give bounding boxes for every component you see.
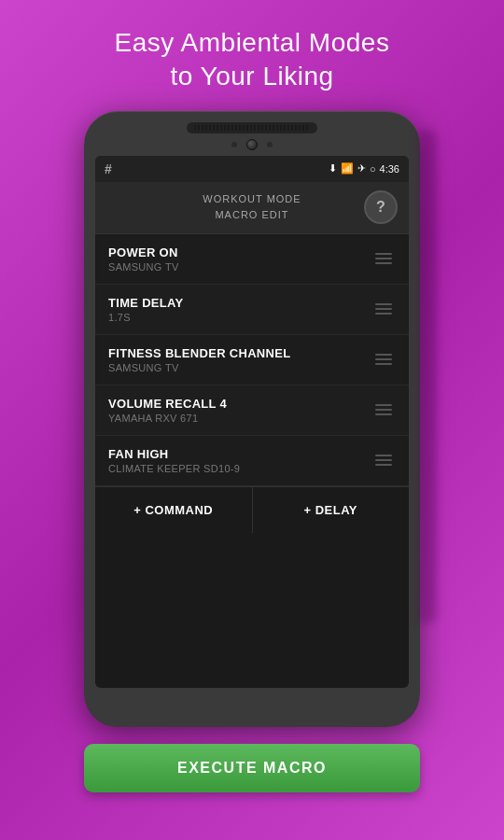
- command-info-3: FITNESS BLENDER CHANNEL SAMSUNG TV: [108, 346, 371, 373]
- command-info-4: VOLUME RECALL 4 YAMAHA RXV 671: [108, 397, 371, 424]
- headline-text: Easy Ambiental Modes to Your Liking: [115, 26, 390, 94]
- command-title-1: POWER ON: [108, 245, 371, 259]
- command-subtitle-4: YAMAHA RXV 671: [108, 413, 371, 424]
- command-title-2: TIME DELAY: [108, 296, 371, 310]
- command-title-4: VOLUME RECALL 4: [108, 397, 371, 411]
- execute-macro-button[interactable]: EXECUTE MACRO: [84, 744, 420, 792]
- camera-lens: [246, 139, 258, 150]
- status-hashtag: #: [105, 161, 112, 176]
- action-buttons: + COMMAND + DELAY: [95, 486, 409, 533]
- wifi-icon: 📶: [341, 162, 354, 175]
- command-subtitle-1: SAMSUNG TV: [108, 261, 371, 273]
- speaker-grill: [187, 122, 317, 133]
- sensor-dot2: [267, 142, 273, 147]
- mode-title: WORKOUT MODE: [203, 191, 301, 208]
- command-title-5: FAN HIGH: [108, 447, 371, 461]
- screen: # ⬇ 📶 ✈ ○ 4:36 WORKOUT MODE MACRO EDIT ?: [95, 156, 409, 688]
- add-delay-button[interactable]: + DELAY: [253, 487, 410, 533]
- command-subtitle-3: SAMSUNG TV: [108, 362, 371, 373]
- command-subtitle-2: 1.7S: [108, 312, 371, 323]
- command-item-2[interactable]: TIME DELAY 1.7S: [95, 285, 409, 335]
- command-info-1: POWER ON SAMSUNG TV: [108, 245, 371, 273]
- drag-handle-2[interactable]: [371, 300, 396, 318]
- execute-section: EXECUTE MACRO: [84, 744, 420, 792]
- command-item-5[interactable]: FAN HIGH CLIMATE KEEPER SD10-9: [95, 436, 409, 486]
- sensor-dot: [231, 142, 237, 147]
- help-button[interactable]: ?: [364, 190, 398, 224]
- headline-line1: Easy Ambiental Modes: [115, 28, 390, 57]
- drag-handle-5[interactable]: [371, 451, 396, 469]
- drag-handle-3[interactable]: [371, 350, 396, 369]
- camera-row: [95, 139, 409, 150]
- command-subtitle-5: CLIMATE KEEPER SD10-9: [108, 463, 371, 474]
- app-header-text: WORKOUT MODE MACRO EDIT: [203, 191, 301, 224]
- command-item-1[interactable]: POWER ON SAMSUNG TV: [95, 234, 409, 285]
- bluetooth-icon: ⬇: [329, 162, 337, 175]
- command-item-4[interactable]: VOLUME RECALL 4 YAMAHA RXV 671: [95, 385, 409, 436]
- command-title-3: FITNESS BLENDER CHANNEL: [108, 346, 371, 360]
- status-icons: ⬇ 📶 ✈ ○ 4:36: [329, 162, 399, 175]
- phone-shell: # ⬇ 📶 ✈ ○ 4:36 WORKOUT MODE MACRO EDIT ?: [84, 111, 420, 727]
- add-command-button[interactable]: + COMMAND: [95, 487, 253, 533]
- headline-line2: to Your Liking: [170, 62, 333, 91]
- app-header: WORKOUT MODE MACRO EDIT ?: [95, 182, 409, 234]
- battery-icon: ○: [370, 163, 376, 175]
- mode-subtitle: MACRO EDIT: [203, 207, 301, 224]
- status-time: 4:36: [380, 163, 399, 175]
- status-bar: # ⬇ 📶 ✈ ○ 4:36: [95, 156, 409, 182]
- command-info-2: TIME DELAY 1.7S: [108, 296, 371, 323]
- command-item-3[interactable]: FITNESS BLENDER CHANNEL SAMSUNG TV: [95, 335, 409, 385]
- drag-handle-4[interactable]: [371, 400, 396, 419]
- command-info-5: FAN HIGH CLIMATE KEEPER SD10-9: [108, 447, 371, 474]
- airplane-icon: ✈: [357, 162, 366, 175]
- drag-handle-1[interactable]: [371, 249, 396, 268]
- command-list: POWER ON SAMSUNG TV TIME DELAY 1.7S: [95, 234, 409, 486]
